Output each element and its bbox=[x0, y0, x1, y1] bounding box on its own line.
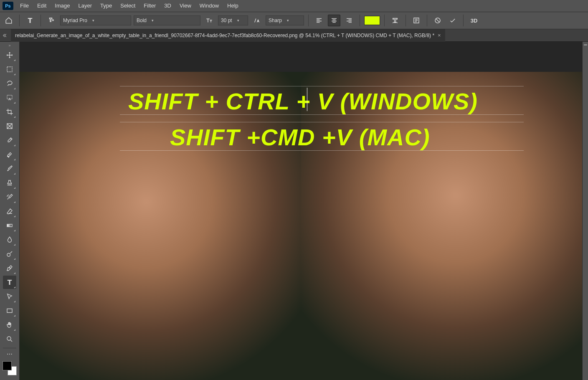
chevron-down-icon: ▾ bbox=[152, 18, 154, 23]
panel-chip[interactable] bbox=[584, 44, 587, 46]
move-tool[interactable] bbox=[3, 48, 16, 62]
tools-panel: » ⋯ bbox=[0, 42, 20, 380]
tab-scroll-icon[interactable] bbox=[3, 33, 8, 38]
frame-tool[interactable] bbox=[3, 119, 16, 133]
divider bbox=[308, 15, 309, 26]
text-tool-indicator-icon bbox=[24, 15, 36, 26]
antialias-icon bbox=[251, 15, 263, 26]
blur-tool[interactable] bbox=[3, 233, 16, 246]
text-bound-top bbox=[120, 86, 524, 86]
history-brush-tool[interactable] bbox=[3, 190, 16, 204]
font-size-dropdown[interactable]: 30 pt ▾ bbox=[218, 15, 248, 25]
menu-image[interactable]: Image bbox=[51, 0, 74, 12]
photo-left bbox=[20, 72, 301, 380]
font-family-dropdown[interactable]: Myriad Pro ▾ bbox=[60, 15, 131, 25]
menu-layer[interactable]: Layer bbox=[74, 0, 96, 12]
chevron-down-icon: ▾ bbox=[92, 18, 94, 23]
main-area: » ⋯ bbox=[0, 42, 588, 380]
canvas[interactable]: SHIFT + CTRL + V (WINDOWS) SHIFT +CMD +V… bbox=[20, 72, 582, 380]
font-size-value: 30 pt bbox=[221, 18, 232, 23]
divider bbox=[427, 15, 427, 26]
menu-select[interactable]: Select bbox=[116, 0, 139, 12]
edit-toolbar-icon[interactable]: ⋯ bbox=[3, 350, 16, 358]
menu-help[interactable]: Help bbox=[223, 0, 243, 12]
commit-icon[interactable] bbox=[446, 15, 459, 26]
menu-file[interactable]: File bbox=[16, 0, 33, 12]
align-right-icon[interactable] bbox=[343, 15, 355, 26]
app-logo: Ps bbox=[3, 2, 13, 10]
canvas-text-line-1[interactable]: SHIFT + CTRL + V (WINDOWS) bbox=[128, 88, 478, 115]
menu-filter[interactable]: Filter bbox=[139, 0, 160, 12]
gradient-tool[interactable] bbox=[3, 219, 16, 232]
text-bound-top-2 bbox=[120, 122, 524, 122]
dodge-tool[interactable] bbox=[3, 247, 16, 261]
warp-text-icon[interactable] bbox=[389, 15, 401, 26]
font-weight-value: Bold bbox=[137, 18, 147, 23]
menu-bar: Ps File Edit Image Layer Type Select Fil… bbox=[0, 0, 588, 12]
rectangle-tool[interactable] bbox=[3, 304, 16, 317]
type-tool[interactable] bbox=[3, 276, 16, 289]
svg-point-6 bbox=[8, 157, 9, 157]
document-tab[interactable]: relabelai_Generate_an_image_of_a_white_e… bbox=[11, 29, 445, 42]
font-weight-dropdown[interactable]: Bold ▾ bbox=[134, 15, 200, 25]
photo-right bbox=[301, 72, 583, 380]
text-color-swatch[interactable] bbox=[364, 16, 380, 25]
foreground-color-swatch[interactable] bbox=[3, 361, 12, 370]
divider bbox=[360, 15, 360, 26]
antialias-dropdown[interactable]: Sharp ▾ bbox=[266, 15, 304, 25]
menu-3d[interactable]: 3D bbox=[160, 0, 175, 12]
document-tab-bar: relabelai_Generate_an_image_of_a_white_e… bbox=[0, 29, 588, 42]
chevron-down-icon: ▾ bbox=[237, 18, 239, 23]
wand-tool[interactable] bbox=[3, 91, 16, 104]
right-panel-gutter[interactable] bbox=[582, 42, 588, 380]
antialias-value: Sharp bbox=[269, 18, 282, 23]
svg-point-8 bbox=[7, 253, 10, 257]
svg-rect-7 bbox=[7, 224, 12, 227]
path-select-tool[interactable] bbox=[3, 290, 16, 303]
cancel-icon[interactable] bbox=[431, 15, 444, 26]
threeD-button[interactable]: 3D bbox=[468, 15, 480, 26]
canvas-viewport[interactable]: SHIFT + CTRL + V (WINDOWS) SHIFT +CMD +V… bbox=[20, 42, 582, 380]
crop-tool[interactable] bbox=[3, 105, 16, 119]
divider bbox=[19, 15, 20, 26]
menu-edit[interactable]: Edit bbox=[33, 0, 51, 12]
font-size-icon bbox=[203, 15, 215, 26]
svg-rect-2 bbox=[7, 67, 12, 72]
pen-tool[interactable] bbox=[3, 261, 16, 275]
align-left-icon[interactable] bbox=[313, 15, 325, 26]
close-icon[interactable]: × bbox=[438, 32, 441, 38]
character-panel-icon[interactable] bbox=[410, 15, 423, 26]
marquee-tool[interactable] bbox=[3, 63, 16, 76]
stamp-tool[interactable] bbox=[3, 176, 16, 190]
zoom-tool[interactable] bbox=[3, 332, 16, 346]
svg-rect-9 bbox=[7, 309, 12, 313]
lasso-tool[interactable] bbox=[3, 77, 16, 90]
menu-window[interactable]: Window bbox=[195, 0, 223, 12]
divider bbox=[463, 15, 464, 26]
svg-point-10 bbox=[7, 337, 11, 340]
document-tab-title: relabelai_Generate_an_image_of_a_white_e… bbox=[15, 33, 434, 38]
brush-tool[interactable] bbox=[3, 162, 16, 175]
divider bbox=[384, 15, 385, 26]
align-center-icon[interactable] bbox=[328, 15, 340, 26]
menu-view[interactable]: View bbox=[175, 0, 195, 12]
divider bbox=[41, 15, 41, 26]
menu-type[interactable]: Type bbox=[96, 0, 116, 12]
tool-separator bbox=[3, 348, 16, 348]
text-caret bbox=[307, 88, 307, 111]
canvas-text-line-2[interactable]: SHIFT +CMD +V (MAC) bbox=[170, 124, 430, 151]
divider bbox=[406, 15, 406, 26]
color-swatches[interactable] bbox=[3, 361, 17, 375]
options-bar: Myriad Pro ▾ Bold ▾ 30 pt ▾ Sharp ▾ 3D bbox=[0, 12, 588, 29]
eraser-tool[interactable] bbox=[3, 205, 16, 218]
chevron-down-icon: ▾ bbox=[287, 18, 289, 23]
home-icon[interactable] bbox=[3, 15, 15, 26]
hand-tool[interactable] bbox=[3, 318, 16, 332]
font-family-value: Myriad Pro bbox=[63, 18, 87, 23]
tools-collapse-icon[interactable]: » bbox=[7, 43, 13, 48]
text-orientation-icon[interactable] bbox=[45, 15, 58, 26]
heal-tool[interactable] bbox=[3, 148, 16, 161]
eyedropper-tool[interactable] bbox=[3, 134, 16, 147]
